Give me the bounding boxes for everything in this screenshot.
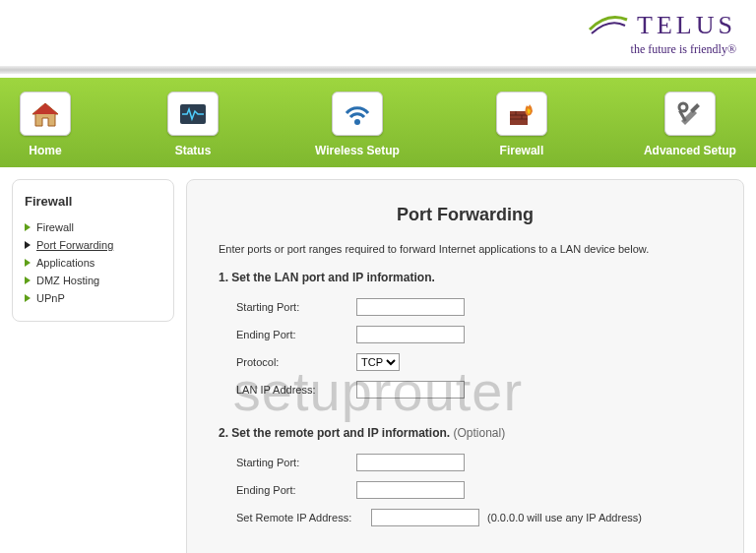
divider	[0, 66, 756, 74]
sidebar-item-label: UPnP	[36, 292, 65, 304]
arrow-icon	[25, 276, 31, 284]
lan-ip-input[interactable]	[356, 381, 465, 399]
remote-starting-port-label: Starting Port:	[219, 457, 356, 468]
nav-label: Wireless Setup	[315, 144, 400, 157]
protocol-label: Protocol:	[219, 356, 356, 368]
nav-advanced[interactable]: Advanced Setup	[644, 92, 736, 157]
sidebar-title: Firewall	[25, 194, 161, 209]
nav-label: Home	[29, 144, 61, 157]
sidebar-item-upnp[interactable]: UPnP	[25, 289, 161, 307]
ending-port-input[interactable]	[356, 326, 465, 343]
optional-label: (Optional)	[454, 426, 506, 440]
arrow-icon	[25, 294, 31, 302]
sidebar-item-label: Firewall	[36, 221, 74, 233]
sidebar-item-applications[interactable]: Applications	[25, 254, 161, 272]
protocol-select[interactable]: TCP	[356, 353, 400, 371]
tools-icon	[664, 92, 716, 136]
nav-label: Advanced Setup	[644, 144, 736, 157]
svg-point-8	[679, 103, 687, 111]
svg-rect-2	[510, 111, 528, 125]
remote-ending-port-input[interactable]	[356, 481, 465, 499]
nav-wireless[interactable]: Wireless Setup	[315, 92, 400, 157]
remote-ending-port-label: Ending Port:	[219, 484, 356, 496]
starting-port-label: Starting Port:	[219, 301, 356, 313]
wireless-icon	[332, 92, 383, 136]
header: TELUS the future is friendly®	[0, 0, 756, 62]
nav-firewall[interactable]: Firewall	[496, 92, 547, 157]
svg-point-1	[354, 119, 360, 125]
intro-text: Enter ports or port ranges required to f…	[219, 243, 712, 255]
nav-home[interactable]: Home	[20, 92, 71, 157]
firewall-icon	[496, 92, 547, 136]
section2-heading: 2. Set the remote port and IP informatio…	[219, 426, 712, 440]
remote-starting-port-input[interactable]	[356, 454, 465, 471]
telus-swoosh-icon	[588, 10, 629, 40]
page-title: Port Forwarding	[219, 205, 712, 225]
sidebar-item-port-forwarding[interactable]: Port Forwarding	[25, 236, 161, 254]
sidebar-item-label: DMZ Hosting	[36, 275, 99, 286]
sidebar-item-firewall[interactable]: Firewall	[25, 218, 161, 236]
lan-ip-label: LAN IP Address:	[219, 384, 356, 396]
main-nav: Home Status Wireless Setup Firewall Adva…	[0, 78, 756, 167]
starting-port-input[interactable]	[356, 298, 465, 316]
sidebar: Firewall Firewall Port Forwarding Applic…	[12, 179, 174, 322]
brand-logo: TELUS	[588, 10, 736, 40]
sidebar-item-dmz[interactable]: DMZ Hosting	[25, 272, 161, 289]
remote-ip-label: Set Remote IP Address:	[219, 512, 371, 523]
nav-status[interactable]: Status	[167, 92, 219, 157]
nav-label: Firewall	[500, 144, 544, 157]
arrow-icon	[25, 259, 31, 267]
brand-name: TELUS	[637, 11, 736, 40]
arrow-icon	[25, 241, 31, 249]
arrow-icon	[25, 223, 31, 231]
main-panel: Port Forwarding Enter ports or port rang…	[186, 179, 744, 553]
nav-label: Status	[175, 144, 212, 157]
ending-port-label: Ending Port:	[219, 329, 356, 340]
status-icon	[167, 92, 219, 136]
remote-ip-note: (0.0.0.0 will use any IP Address)	[487, 512, 642, 523]
sidebar-item-label: Applications	[36, 257, 94, 269]
home-icon	[20, 92, 71, 136]
remote-ip-input[interactable]	[371, 509, 479, 526]
sidebar-item-label: Port Forwarding	[36, 239, 113, 251]
brand-tagline: the future is friendly®	[588, 42, 736, 57]
section1-heading: 1. Set the LAN port and IP information.	[219, 271, 712, 284]
